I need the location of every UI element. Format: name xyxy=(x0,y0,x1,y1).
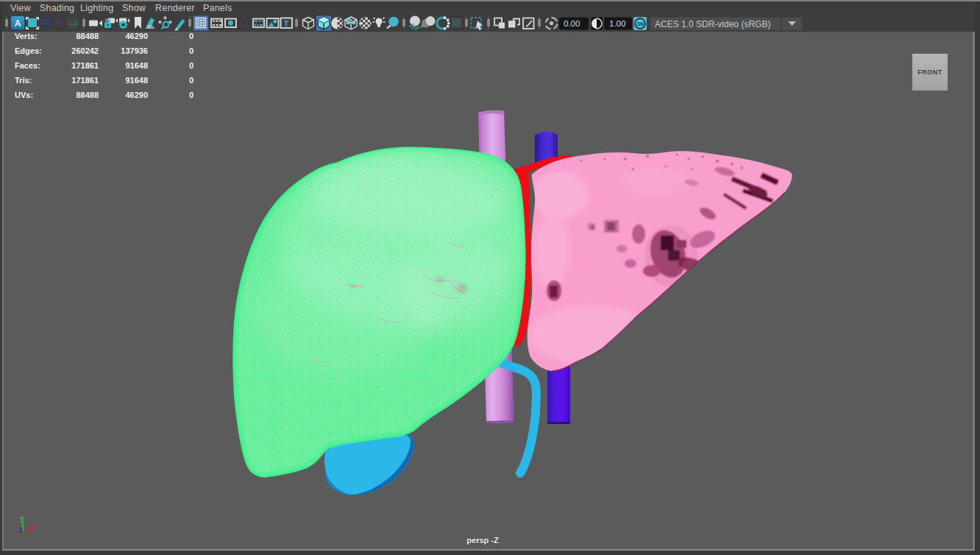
svg-text:y: y xyxy=(20,515,24,523)
svg-text:ON: ON xyxy=(636,21,644,26)
svg-text:ACES 1.0 SDR-video (sRGB): ACES 1.0 SDR-video (sRGB) xyxy=(655,19,770,29)
svg-text:A: A xyxy=(15,18,21,29)
svg-text:T: T xyxy=(284,19,289,28)
svg-text:z: z xyxy=(19,526,23,534)
svg-text:1.00: 1.00 xyxy=(609,19,625,28)
svg-text:x: x xyxy=(31,523,35,531)
svg-text:0.00: 0.00 xyxy=(564,19,580,28)
